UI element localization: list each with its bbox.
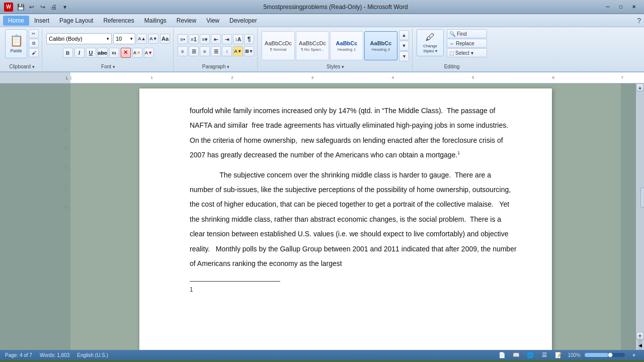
menu-insert[interactable]: Insert xyxy=(29,16,54,26)
increase-indent-button[interactable]: ⇥ xyxy=(222,34,232,44)
find-button[interactable]: 🔍 Find xyxy=(447,29,487,38)
clipboard-label: Clipboard ▾ xyxy=(9,64,35,69)
style-gallery-expand[interactable]: ▾ xyxy=(399,51,409,61)
style-nospacing[interactable]: AaBbCcDc ¶ No Spaci... xyxy=(296,31,329,60)
clear-x-button[interactable]: ✕ xyxy=(121,48,131,58)
scroll-down-arrow[interactable]: ▼ xyxy=(636,332,644,340)
font-group: Calibri (Body) ▾ 10 ▾ A▲ A▼ Aa B I U abc xyxy=(43,28,174,70)
font-size-increase-button[interactable]: A▲ xyxy=(137,34,147,44)
zoom-thumb[interactable] xyxy=(608,352,613,357)
change-styles-button[interactable]: 🖊 ChangeStyles ▾ xyxy=(417,29,444,56)
styles-expand[interactable]: ▾ xyxy=(342,64,344,69)
vertical-scrollbar: ▲ ▼ ◀ xyxy=(636,83,644,350)
view-fullscreen-button[interactable]: 📖 xyxy=(511,350,521,360)
style-gallery: AaBbCcDc ¶ Normal AaBbCcDc ¶ No Spaci...… xyxy=(262,31,397,60)
minimize-button[interactable]: ─ xyxy=(602,3,614,12)
italic-button[interactable]: I xyxy=(74,48,85,58)
ruler-tick-6: 6 xyxy=(552,75,554,80)
strikethrough-button[interactable]: abc xyxy=(98,48,108,58)
scroll-expand-button[interactable]: ◀ xyxy=(638,340,642,350)
footnote-ref-1: 1 xyxy=(457,151,460,156)
menu-review[interactable]: Review xyxy=(172,16,201,26)
right-margin xyxy=(621,83,636,350)
style-scroll-down[interactable]: ▼ xyxy=(399,41,409,51)
print-qa-button[interactable]: 🖨 xyxy=(49,3,58,12)
borders-button[interactable]: ⊞▼ xyxy=(244,46,254,56)
replace-button[interactable]: ↔ Replace xyxy=(447,39,487,48)
clear-format-button[interactable]: Aa xyxy=(160,34,170,44)
clipboard-group: 📋 Paste ✂ ⧉ 🖌 Clipboard ▾ xyxy=(2,28,42,70)
font-size-dropdown[interactable]: 10 ▾ xyxy=(113,33,135,44)
maximize-button[interactable]: □ xyxy=(615,3,627,12)
font-name-dropdown[interactable]: Calibri (Body) ▾ xyxy=(46,33,112,44)
pilcrow-button[interactable]: ¶ xyxy=(244,34,254,44)
document-main: fourfold while family incomes increased … xyxy=(70,83,621,350)
change-styles-icon: 🖊 xyxy=(426,32,435,43)
font-color-button[interactable]: A▼ xyxy=(144,48,154,58)
shading-button[interactable]: A▼ xyxy=(233,46,243,56)
style-normal[interactable]: AaBbCcDc ¶ Normal xyxy=(262,31,295,60)
align-left-button[interactable]: ≡ xyxy=(178,46,188,56)
replace-icon: ↔ xyxy=(449,41,454,46)
subscript-button[interactable]: x₂ xyxy=(109,48,119,58)
bullets-button[interactable]: ≡• xyxy=(178,34,188,44)
view-web-button[interactable]: 🌐 xyxy=(525,350,535,360)
help-button[interactable]: ? xyxy=(637,17,641,25)
qa-dropdown[interactable]: ▾ xyxy=(60,3,69,12)
zoom-fill xyxy=(585,353,609,357)
clipboard-expand[interactable]: ▾ xyxy=(32,64,35,69)
menu-developer[interactable]: Developer xyxy=(224,16,262,26)
undo-qa-button[interactable]: ↩ xyxy=(27,3,36,12)
redo-qa-button[interactable]: ↪ xyxy=(38,3,47,12)
text-highlight-button[interactable]: A▼ xyxy=(132,48,142,58)
multilevel-button[interactable]: ≡▾ xyxy=(200,34,210,44)
format-painter-button[interactable]: 🖌 xyxy=(29,48,39,57)
paragraph-label: Paragraph ▾ xyxy=(202,64,229,69)
align-center-button[interactable]: ☰ xyxy=(189,46,199,56)
save-qa-button[interactable]: 💾 xyxy=(16,3,25,12)
menu-view[interactable]: View xyxy=(201,16,224,26)
style-scroll-up[interactable]: ▲ xyxy=(399,30,409,40)
copy-button[interactable]: ⧉ xyxy=(29,39,39,48)
select-button[interactable]: ⬚ Select ▾ xyxy=(447,48,487,57)
document-area: 4 5 6 7 8 fourfold while family incomes … xyxy=(0,83,644,350)
ruler-side-left: L xyxy=(0,72,70,83)
page[interactable]: fourfold while family incomes increased … xyxy=(139,88,552,350)
paragraph-expand[interactable]: ▾ xyxy=(227,64,229,69)
style-heading2[interactable]: AaBbCc Heading 2 xyxy=(364,31,397,60)
decrease-indent-button[interactable]: ⇤ xyxy=(211,34,221,44)
scroll-up-arrow[interactable]: ▲ xyxy=(636,83,644,92)
menu-references[interactable]: References xyxy=(98,16,139,26)
paste-button[interactable]: 📋 Paste xyxy=(5,29,27,58)
ruler-main: | 1 2 3 4 5 6 7 xyxy=(70,72,644,83)
cut-button[interactable]: ✂ xyxy=(29,29,39,38)
menu-bar: Home Insert Page Layout References Maili… xyxy=(0,14,644,27)
scroll-thumb[interactable] xyxy=(640,188,644,208)
bold-button[interactable]: B xyxy=(63,48,73,58)
menu-mailings[interactable]: Mailings xyxy=(139,16,172,26)
window-title: 5mostpressingproblems (Read-Only) - Micr… xyxy=(69,4,602,11)
styles-label: Styles ▾ xyxy=(327,64,344,69)
font-expand[interactable]: ▾ xyxy=(113,64,115,69)
paragraph-1: fourfold while family incomes increased … xyxy=(190,104,517,163)
zoom-in-button[interactable]: + xyxy=(629,350,639,360)
style-heading1[interactable]: AaBbCc Heading 1 xyxy=(330,31,363,60)
footnote-1: 1 xyxy=(190,284,517,296)
page-status: Page: 4 of 7 xyxy=(5,352,32,358)
view-draft-button[interactable]: 📝 xyxy=(553,350,564,360)
numbering-button[interactable]: ≡1 xyxy=(189,34,199,44)
menu-pagelayout[interactable]: Page Layout xyxy=(54,16,98,26)
sort-button[interactable]: ↕A xyxy=(233,34,243,44)
font-size-decrease-button[interactable]: A▼ xyxy=(148,34,158,44)
line-spacing-button[interactable]: ↕ xyxy=(222,46,232,56)
align-right-button[interactable]: ≡ xyxy=(200,46,210,56)
underline-button[interactable]: U xyxy=(86,48,96,58)
styles-group: AaBbCcDc ¶ Normal AaBbCcDc ¶ No Spaci...… xyxy=(259,28,413,70)
view-print-button[interactable]: 📄 xyxy=(497,350,507,360)
close-button[interactable]: ✕ xyxy=(628,3,640,12)
justify-button[interactable]: ☰ xyxy=(211,46,221,56)
paragraph-group: ≡• ≡1 ≡▾ ⇤ ⇥ ↕A ¶ ≡ ☰ ≡ ☰ ↕ A▼ ⊞▼ xyxy=(175,28,258,70)
menu-home[interactable]: Home xyxy=(3,16,29,26)
zoom-bar[interactable] xyxy=(585,353,625,357)
view-outline-button[interactable]: ☰ xyxy=(539,350,549,360)
